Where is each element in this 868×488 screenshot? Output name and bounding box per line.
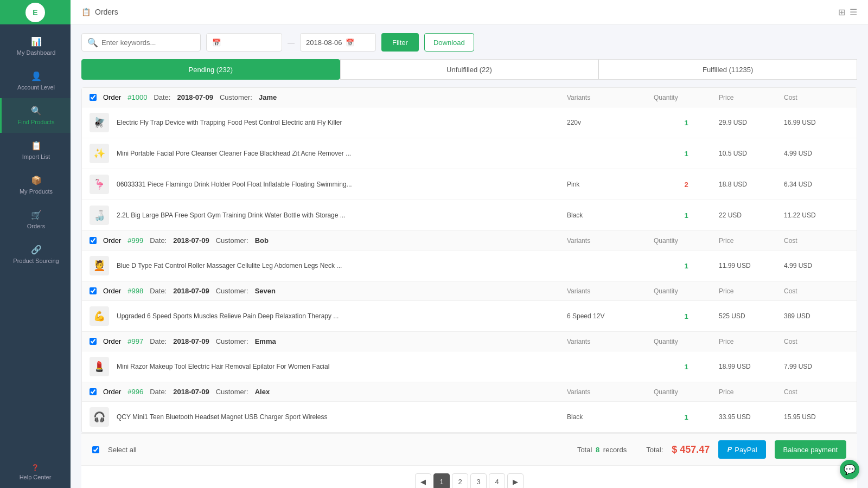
paypal-button[interactable]: 𝙋 PayPal bbox=[718, 440, 765, 459]
sidebar-item-product-sourcing[interactable]: 🔗 Product Sourcing bbox=[0, 237, 71, 272]
order-header-997: Order #997 Date: 2018-07-09 Customer: Em… bbox=[82, 332, 857, 351]
table-footer: Select all Total 8 records Total: $ 457.… bbox=[81, 433, 857, 465]
order-customer-997: Emma bbox=[255, 337, 276, 345]
sidebar-item-my-products[interactable]: 📦 My Products bbox=[0, 168, 71, 202]
paypal-icon: 𝙋 bbox=[727, 445, 731, 454]
sidebar-item-account-level[interactable]: 👤 Account Level bbox=[0, 63, 71, 98]
tab-1[interactable]: Unfulfilled (22) bbox=[340, 59, 599, 80]
item-cost: 11.22 USD bbox=[784, 211, 849, 219]
download-button[interactable]: Download bbox=[424, 33, 474, 52]
date-start-input[interactable]: 📅 bbox=[206, 33, 282, 52]
pagination-next[interactable]: ▶ bbox=[507, 473, 524, 488]
order-label: Order bbox=[103, 236, 121, 245]
pagination-page-4[interactable]: 4 bbox=[489, 473, 505, 488]
help-center-item[interactable]: ❓ Help Center bbox=[0, 457, 71, 488]
logo[interactable]: E bbox=[0, 0, 71, 24]
total-records-label: Total 8 records bbox=[577, 446, 627, 454]
order-checkbox-1000[interactable] bbox=[90, 94, 97, 101]
order-customer-label: Customer: bbox=[216, 388, 248, 396]
item-thumb-0: 🪰 bbox=[90, 113, 109, 132]
order-number-999[interactable]: #999 bbox=[127, 236, 143, 245]
item-thumb-1: ✨ bbox=[90, 144, 109, 163]
item-price: 10.5 USD bbox=[719, 150, 784, 157]
col-headers-998: VariantsQuantityPriceCost bbox=[567, 287, 849, 295]
sidebar-item-dashboard[interactable]: 📊 My Dashboard bbox=[0, 29, 71, 63]
main-content: 📋 Orders ⊞ ☰ 🔍 📅 — 2018-08-06 📅 Filter D… bbox=[71, 0, 868, 488]
col-headers-1000: VariantsQuantityPriceCost bbox=[567, 94, 849, 101]
filter-button[interactable]: Filter bbox=[381, 33, 419, 52]
help-icon: ❓ bbox=[31, 464, 39, 471]
order-date-label: Date: bbox=[154, 93, 170, 101]
calendar-icon: 📅 bbox=[212, 38, 221, 47]
order-number-997[interactable]: #997 bbox=[127, 337, 143, 345]
grid-icon[interactable]: ⊞ bbox=[838, 7, 845, 17]
item-quantity: 1 bbox=[654, 262, 719, 270]
order-date-999: 2018-07-09 bbox=[173, 236, 209, 245]
date-separator: — bbox=[288, 38, 295, 47]
search-input[interactable] bbox=[101, 38, 195, 47]
list-icon[interactable]: ☰ bbox=[850, 7, 857, 17]
date-end-input[interactable]: 2018-08-06 📅 bbox=[300, 33, 376, 52]
chat-bubble[interactable]: 💬 bbox=[840, 460, 859, 479]
item-thumb-3: 🍶 bbox=[90, 206, 109, 225]
sidebar-item-orders[interactable]: 🛒 Orders bbox=[0, 202, 71, 237]
order-header-998: Order #998 Date: 2018-07-09 Customer: Se… bbox=[82, 281, 857, 300]
order-date-label: Date: bbox=[150, 287, 167, 295]
sidebar-label-account-level: Account Level bbox=[17, 84, 55, 91]
orders-icon: 📋 bbox=[81, 8, 91, 16]
item-cost: 7.99 USD bbox=[784, 363, 849, 370]
tab-0[interactable]: Pending (232) bbox=[81, 59, 340, 80]
pagination-page-3[interactable]: 3 bbox=[470, 473, 487, 488]
tab-2[interactable]: Fulfilled (11235) bbox=[598, 59, 857, 80]
item-price: 11.99 USD bbox=[719, 262, 784, 269]
order-number-996[interactable]: #996 bbox=[127, 388, 143, 396]
pagination-page-2[interactable]: 2 bbox=[452, 473, 468, 488]
order-checkbox-999[interactable] bbox=[90, 237, 97, 244]
item-quantity: 1 bbox=[654, 211, 719, 220]
item-cost: 4.99 USD bbox=[784, 150, 849, 157]
filter-bar: 🔍 📅 — 2018-08-06 📅 Filter Download bbox=[81, 33, 857, 52]
logo-icon: E bbox=[25, 3, 45, 22]
item-name: QCY Mini1 Teen Bluetooth Headset Magnet … bbox=[117, 413, 567, 421]
item-cost: 16.99 USD bbox=[784, 119, 849, 126]
order-customer-999: Bob bbox=[255, 236, 269, 245]
sidebar-item-find-products[interactable]: 🔍 Find Products bbox=[0, 98, 71, 133]
order-customer-label: Customer: bbox=[216, 287, 248, 295]
order-group-999: Order #999 Date: 2018-07-09 Customer: Bo… bbox=[82, 231, 857, 281]
item-thumb-cell: 🪰 bbox=[90, 113, 117, 132]
item-price: 22 USD bbox=[719, 211, 784, 219]
topbar: 📋 Orders ⊞ ☰ bbox=[71, 0, 868, 24]
topbar-actions: ⊞ ☰ bbox=[838, 7, 857, 17]
order-number-1000[interactable]: #1000 bbox=[127, 93, 147, 101]
item-quantity: 1 bbox=[654, 363, 719, 371]
search-box[interactable]: 🔍 bbox=[81, 33, 201, 52]
item-thumb-0: 💪 bbox=[90, 306, 109, 326]
item-thumb-cell: ✨ bbox=[90, 144, 117, 163]
balance-payment-button[interactable]: Balance payment bbox=[775, 440, 846, 459]
order-date-label: Date: bbox=[150, 388, 167, 396]
sidebar-item-import-list[interactable]: 📋 Import List bbox=[0, 133, 71, 168]
item-cost: 389 USD bbox=[784, 312, 849, 320]
pagination-prev[interactable]: ◀ bbox=[415, 473, 431, 488]
pagination-page-1[interactable]: 1 bbox=[433, 473, 450, 488]
order-group-998: Order #998 Date: 2018-07-09 Customer: Se… bbox=[82, 281, 857, 332]
order-checkbox-998[interactable] bbox=[90, 287, 97, 294]
col-headers-996: VariantsQuantityPriceCost bbox=[567, 388, 849, 396]
item-cost: 15.95 USD bbox=[784, 413, 849, 421]
order-number-998[interactable]: #998 bbox=[127, 287, 143, 295]
item-name: Mini Razor Makeup Tool Electric Hair Rem… bbox=[117, 363, 567, 370]
select-all-checkbox[interactable] bbox=[92, 446, 99, 453]
table-row: ✨ Mini Portable Facial Pore Cleanser Cle… bbox=[82, 138, 857, 169]
order-date-996: 2018-07-09 bbox=[173, 388, 209, 396]
product-sourcing-icon: 🔗 bbox=[31, 245, 42, 255]
order-checkbox-996[interactable] bbox=[90, 388, 97, 395]
order-checkbox-997[interactable] bbox=[90, 338, 97, 345]
dashboard-icon: 📊 bbox=[31, 36, 42, 47]
import-list-icon: 📋 bbox=[31, 140, 42, 151]
topbar-title: Orders bbox=[95, 8, 118, 16]
item-name: 2.2L Big Large BPA Free Sport Gym Traini… bbox=[117, 211, 567, 219]
item-thumb-0: 💆 bbox=[90, 256, 109, 275]
col-headers-997: VariantsQuantityPriceCost bbox=[567, 338, 849, 345]
orders-table: Order #1000 Date: 2018-07-09 Customer: J… bbox=[81, 87, 857, 433]
item-thumb-cell: 🍶 bbox=[90, 206, 117, 225]
